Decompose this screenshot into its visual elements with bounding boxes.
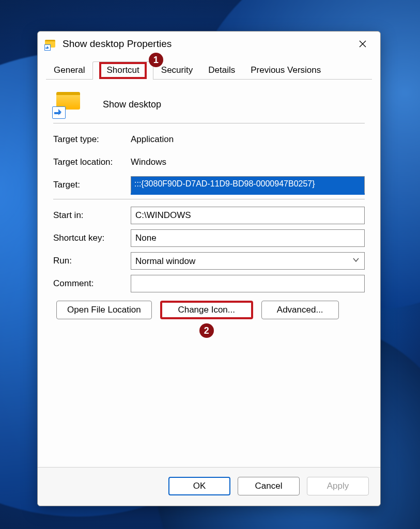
run-select[interactable]: Normal window xyxy=(131,252,365,270)
properties-dialog: Show desktop Properties General Shortcut… xyxy=(37,31,381,506)
open-file-location-button[interactable]: Open File Location xyxy=(56,301,152,319)
tab-general[interactable]: General xyxy=(46,61,92,80)
shortcut-folder-icon xyxy=(45,38,57,50)
advanced-button[interactable]: Advanced... xyxy=(261,301,339,319)
target-focus-underline xyxy=(131,193,365,195)
action-button-row: Open File Location Change Icon... 2 Adva… xyxy=(53,301,365,319)
apply-button[interactable]: Apply xyxy=(307,477,369,495)
target-type-label: Target type: xyxy=(53,134,131,145)
separator xyxy=(53,123,365,123)
shortcut-key-label: Shortcut key: xyxy=(53,233,131,243)
tab-content-shortcut: Show desktop Target type: Application Ta… xyxy=(38,80,380,467)
annotation-callout-2: 2 xyxy=(199,323,214,338)
annotation-highlight-shortcut: Shortcut xyxy=(99,62,146,79)
window-title: Show desktop Properties xyxy=(63,38,351,50)
close-button[interactable] xyxy=(351,36,374,52)
separator xyxy=(53,199,365,199)
comment-label: Comment: xyxy=(53,278,131,289)
change-icon-button[interactable]: Change Icon... xyxy=(160,301,253,319)
target-location-label: Target location: xyxy=(53,157,131,167)
shortcut-key-input[interactable] xyxy=(131,229,365,247)
tab-shortcut-label: Shortcut xyxy=(106,65,139,75)
tab-strip: General Shortcut 1 Security Details Prev… xyxy=(38,56,380,80)
target-label: Target: xyxy=(53,180,131,190)
run-label: Run: xyxy=(53,256,131,266)
target-location-value: Windows xyxy=(131,157,365,167)
titlebar: Show desktop Properties xyxy=(38,32,380,56)
close-icon xyxy=(359,40,367,48)
start-in-label: Start in: xyxy=(53,210,131,221)
tab-details[interactable]: Details xyxy=(200,61,243,80)
dialog-footer: OK Cancel Apply xyxy=(38,467,380,506)
target-type-value: Application xyxy=(131,134,365,145)
tab-previous-versions[interactable]: Previous Versions xyxy=(243,61,329,80)
shortcut-large-icon xyxy=(53,91,84,118)
target-selection-highlight: :::{3080F90D-D7AD-11D9-BD98-0000947B0257… xyxy=(131,177,364,193)
start-in-input[interactable] xyxy=(131,207,365,224)
target-field-wrap: :::{3080F90D-D7AD-11D9-BD98-0000947B0257… xyxy=(131,176,365,194)
annotation-callout-1: 1 xyxy=(149,53,163,67)
comment-input[interactable] xyxy=(131,275,365,292)
ok-button[interactable]: OK xyxy=(168,477,230,495)
tab-shortcut[interactable]: Shortcut 1 xyxy=(92,61,153,80)
change-icon-wrap: Change Icon... 2 xyxy=(160,301,253,319)
cancel-button[interactable]: Cancel xyxy=(238,477,300,495)
shortcut-name: Show desktop xyxy=(103,99,161,110)
